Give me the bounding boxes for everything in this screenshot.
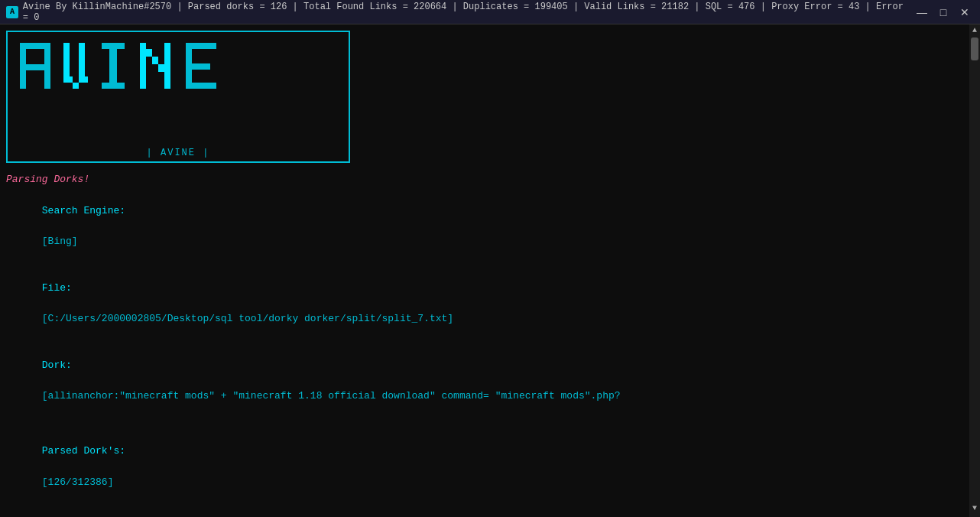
total-ratio-line: Total Ratio: [1:1750]: [6, 506, 969, 517]
svg-rect-4: [26, 49, 29, 52]
content-area: | AVINE | Parsing Dorks! Search Engine: …: [0, 24, 980, 517]
scroll-up-arrow[interactable]: ▲: [971, 24, 978, 36]
svg-rect-16: [146, 49, 152, 57]
file-line: File: [C:/Users/2000002805/Desktop/sql t…: [6, 265, 969, 343]
title-bar-left: A Avine By KillinMachine#2570 | Parsed d…: [6, 2, 913, 23]
parsing-label: Parsing Dorks!: [6, 174, 969, 185]
minimize-button[interactable]: —: [913, 5, 931, 20]
logo-container: | AVINE |: [6, 31, 350, 163]
svg-rect-17: [152, 57, 158, 64]
window-title: Avine By KillinMachine#2570 | Parsed dor…: [23, 2, 913, 23]
svg-rect-21: [192, 43, 216, 49]
svg-rect-14: [102, 83, 125, 89]
svg-rect-12: [102, 43, 125, 49]
svg-rect-5: [35, 49, 38, 52]
svg-rect-18: [158, 64, 164, 72]
search-engine-line: Search Engine: [Bing]: [6, 188, 969, 265]
parsed-dorks-line: Parsed Dork's: [126/312386]: [6, 428, 969, 506]
parsed-dorks-key: Parsed Dork's:: [42, 445, 125, 457]
svg-rect-10: [79, 76, 88, 83]
svg-rect-19: [164, 43, 170, 89]
parsed-dorks-val: [126/312386]: [42, 476, 114, 488]
logo-label: | AVINE |: [14, 148, 342, 158]
dork-key: Dork:: [42, 359, 72, 371]
main-wrapper: | AVINE | Parsing Dorks! Search Engine: …: [0, 24, 980, 517]
svg-rect-20: [186, 43, 192, 89]
svg-rect-7: [63, 43, 70, 76]
avine-logo-svg: [14, 35, 342, 146]
svg-rect-23: [192, 83, 216, 89]
scroll-down-arrow[interactable]: ▼: [971, 502, 978, 514]
svg-rect-8: [63, 76, 73, 83]
logo-section: | AVINE |: [6, 31, 969, 167]
svg-rect-22: [192, 63, 210, 70]
svg-rect-3: [20, 64, 50, 70]
title-bar: A Avine By KillinMachine#2570 | Parsed d…: [0, 0, 980, 24]
file-key: File:: [42, 282, 72, 294]
file-val: [C:/Users/2000002805/Desktop/sql tool/do…: [42, 313, 453, 324]
svg-rect-9: [73, 83, 79, 89]
svg-rect-13: [109, 49, 117, 83]
app-icon: A: [6, 6, 18, 18]
close-button[interactable]: ✕: [956, 5, 974, 20]
maximize-button[interactable]: □: [934, 5, 952, 20]
dork-line: Dork: [allinanchor:"minecraft mods" + "m…: [6, 342, 969, 419]
window-controls[interactable]: — □ ✕: [913, 5, 974, 20]
search-engine-val: [Bing]: [42, 236, 78, 247]
dork-val: [allinanchor:"minecraft mods" + "minecra…: [42, 390, 621, 402]
svg-rect-15: [140, 43, 146, 89]
search-engine-key: Search Engine:: [42, 205, 125, 216]
svg-rect-11: [79, 43, 85, 76]
scrollbar[interactable]: ▲ ▼: [969, 24, 980, 517]
scrollbar-thumb[interactable]: [971, 37, 978, 60]
svg-rect-6: [41, 49, 44, 52]
